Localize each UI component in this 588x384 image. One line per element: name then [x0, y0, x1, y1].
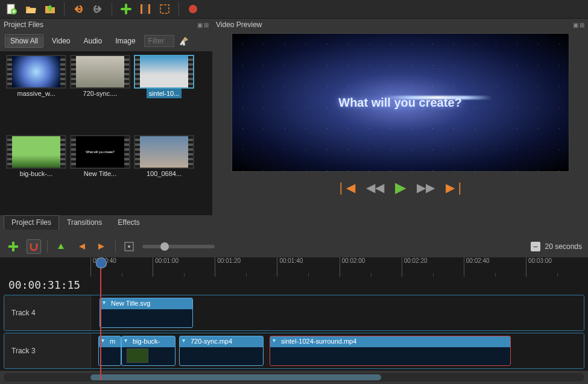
import-files-button[interactable]: [119, 2, 133, 16]
ruler-mark: 00:02:00: [340, 257, 402, 276]
add-marker-button[interactable]: [54, 239, 68, 254]
detach-icon[interactable]: ▣: [573, 22, 578, 28]
svg-rect-2: [142, 4, 148, 14]
project-thumbnail[interactable]: 100_0684...: [134, 135, 194, 212]
ruler-mark: 00:02:40: [464, 257, 526, 276]
playback-controls: ❘◀ ◀◀ ▶ ▶▶ ▶❘: [329, 172, 472, 203]
project-thumbnail[interactable]: 720-sync....: [70, 55, 130, 131]
fast-forward-button[interactable]: ▶▶: [417, 180, 435, 195]
ruler-mark: 00:01:00: [153, 257, 215, 276]
jump-end-button[interactable]: ▶❘: [446, 180, 465, 195]
video-preview[interactable]: What will you create?: [232, 33, 569, 172]
ruler-mark: 00:03:00: [526, 257, 588, 276]
tab-project-files[interactable]: Project Files: [4, 215, 59, 230]
timeline-track: Track 3mbig-buck-720-sync.mp4sintel-1024…: [4, 333, 584, 369]
next-marker-button[interactable]: [95, 239, 109, 254]
fullscreen-button[interactable]: [158, 2, 171, 16]
svg-point-6: [189, 5, 197, 13]
zoom-reset-button[interactable]: −: [531, 242, 540, 251]
timeline-clip[interactable]: m: [98, 336, 121, 366]
track-header[interactable]: Track 4: [4, 295, 91, 330]
zoom-slider[interactable]: [142, 245, 215, 248]
timeline-scrollbar[interactable]: [4, 373, 584, 382]
filter-image[interactable]: Image: [110, 35, 140, 47]
svg-rect-4: [148, 4, 150, 14]
tab-effects[interactable]: Effects: [110, 215, 147, 230]
ruler-mark: 00:01:40: [277, 257, 339, 276]
project-files-title: Project Files: [4, 20, 43, 29]
timecode-display: 00:00:31:15: [0, 279, 90, 291]
track-body[interactable]: mbig-buck-720-sync.mp4sintel-1024-surrou…: [91, 333, 584, 368]
project-thumbnail[interactable]: big-buck-...: [6, 135, 66, 212]
timeline-track: Track 4New Title.svg: [4, 295, 584, 331]
center-playhead-button[interactable]: [122, 239, 136, 254]
main-toolbar: [0, 0, 588, 19]
playhead[interactable]: [100, 260, 101, 380]
detach-icon[interactable]: ▣: [197, 22, 203, 28]
track-body[interactable]: New Title.svg: [91, 295, 584, 330]
close-icon[interactable]: ⊠: [204, 22, 209, 28]
play-button[interactable]: ▶: [395, 179, 406, 196]
timeline-clip[interactable]: 720-sync.mp4: [179, 336, 264, 366]
zoom-label: 20 seconds: [545, 242, 582, 251]
video-preview-title: Video Preview: [216, 20, 262, 29]
jump-start-button[interactable]: ❘◀: [336, 180, 355, 195]
export-button[interactable]: [186, 2, 200, 16]
undo-button[interactable]: [72, 2, 85, 16]
tab-transitions[interactable]: Transitions: [59, 215, 110, 230]
timeline-clip[interactable]: big-buck-: [121, 336, 175, 366]
timeline-clip[interactable]: New Title.svg: [100, 298, 193, 328]
panel-divider[interactable]: ......: [0, 230, 588, 236]
ruler-mark: 00:01:20: [215, 257, 277, 276]
svg-point-8: [128, 245, 130, 248]
clear-filter-icon[interactable]: [178, 35, 190, 47]
open-project-button[interactable]: [24, 2, 37, 16]
new-project-button[interactable]: [5, 2, 18, 16]
profile-button[interactable]: [139, 2, 152, 16]
redo-button[interactable]: [91, 2, 104, 16]
project-files-panel: Project Files ▣⊠ Show All Video Audio Im…: [0, 19, 212, 230]
prev-marker-button[interactable]: [74, 239, 89, 254]
close-icon[interactable]: ⊠: [580, 22, 584, 28]
timeline-ruler[interactable]: 00:00:4000:01:0000:01:2000:01:4000:02:00…: [0, 257, 588, 276]
filter-audio[interactable]: Audio: [79, 35, 107, 47]
project-thumbnail[interactable]: sintel-10...: [134, 55, 194, 131]
timeline-tracks: Track 4New Title.svgTrack 3mbig-buck-720…: [0, 293, 588, 371]
rewind-button[interactable]: ◀◀: [366, 180, 384, 195]
svg-rect-3: [141, 4, 142, 14]
ruler-mark: 00:02:20: [402, 257, 464, 276]
filter-show-all[interactable]: Show All: [5, 34, 43, 48]
project-thumbnails: massive_w...720-sync....sintel-10...big-…: [0, 51, 212, 215]
add-track-button[interactable]: [6, 239, 21, 254]
track-header[interactable]: Track 3: [4, 333, 91, 368]
filter-video[interactable]: Video: [47, 35, 75, 47]
save-project-button[interactable]: [43, 2, 57, 16]
snap-button[interactable]: [27, 239, 41, 254]
timeline-toolbar: − 20 seconds: [0, 236, 588, 257]
video-preview-panel: Video Preview ▣⊠ What will you create? ❘…: [212, 19, 588, 230]
project-thumbnail[interactable]: massive_w...: [6, 55, 66, 131]
project-thumbnail[interactable]: What will you create?New Title...: [70, 135, 130, 212]
preview-overlay-text: What will you create?: [338, 96, 461, 110]
filter-input[interactable]: [144, 35, 174, 47]
timeline-clip[interactable]: sintel-1024-surround.mp4: [270, 336, 511, 366]
svg-rect-5: [160, 5, 169, 13]
